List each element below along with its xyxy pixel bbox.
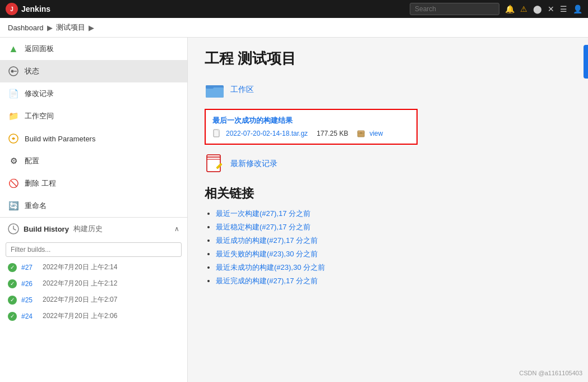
build-history-header: Build History 构建历史 ∧	[0, 217, 187, 240]
sidebar-label-build-params: Build with Parameters	[25, 135, 95, 143]
changelog-section: 最新修改记录	[205, 154, 571, 174]
main-content: 工程 测试项目 工作区 最后一次成功的构建结果 2022-07-20-02-14…	[188, 38, 588, 382]
sidebar-label-workspace: 工作空间	[25, 111, 54, 121]
sidebar-item-build-params[interactable]: Build with Parameters	[0, 127, 187, 150]
sidebar-label-delete: 删除 工程	[25, 178, 56, 188]
filter-builds-input[interactable]	[6, 242, 182, 257]
sidebar-label-rename: 重命名	[25, 201, 47, 211]
related-link-2[interactable]: 最近成功的构建(#27),17 分之前	[216, 236, 318, 245]
sidebar-label-status: 状态	[25, 66, 39, 76]
svg-rect-6	[206, 88, 224, 98]
build-params-icon	[8, 133, 19, 144]
build-num-24[interactable]: #24	[21, 312, 38, 320]
breadcrumb-sep-1: ▶	[47, 24, 53, 32]
sidebar-label-config: 配置	[25, 156, 39, 166]
related-link-4[interactable]: 最近未成功的构建(#23),30 分之前	[216, 263, 325, 271]
search-input[interactable]	[410, 3, 499, 15]
breadcrumb-project[interactable]: 测试项目	[56, 22, 85, 33]
build-item: ✓ #26 2022年7月20日 上午2:12	[0, 275, 187, 292]
delete-icon: 🚫	[8, 178, 19, 189]
sidebar-label-back: 返回面板	[25, 44, 54, 54]
user-icon[interactable]: 👤	[573, 4, 582, 13]
last-success-title[interactable]: 最后一次成功的构建结果	[212, 116, 410, 126]
build-time-25: 2022年7月20日 上午2:07	[43, 295, 117, 305]
build-history-title: Build History	[24, 225, 69, 233]
build-status-success-icon: ✓	[8, 279, 17, 288]
list-item: 最近成功的构建(#27),17 分之前	[216, 236, 571, 246]
changelog-icon: 📄	[8, 88, 19, 99]
build-status-success-icon: ✓	[8, 312, 17, 321]
logo-text: Jenkins	[21, 4, 50, 13]
svg-rect-12	[360, 132, 362, 134]
right-accent-bar	[584, 45, 588, 79]
artifact-file-link[interactable]: 2022-07-20-02-14-18.tar.gz	[226, 130, 308, 137]
build-time-26: 2022年7月20日 上午2:12	[43, 279, 117, 288]
sidebar: ▲ 返回面板 状态 📄 修改记录 📁 工作空间	[0, 38, 188, 382]
navbar: J Jenkins 🔔 ⚠ ⬤ ✕ ☰ 👤	[0, 0, 588, 18]
build-list: ✓ #27 2022年7月20日 上午2:14 ✓ #26 2022年7月20日…	[0, 259, 187, 324]
svg-point-1	[11, 70, 14, 73]
file-icon	[212, 129, 221, 138]
warning-icon[interactable]: ⚠	[520, 4, 527, 13]
logo: J Jenkins	[6, 3, 50, 15]
status-icon	[8, 66, 19, 77]
related-link-3[interactable]: 最近失败的构建(#23),30 分之前	[216, 250, 318, 258]
sidebar-item-delete[interactable]: 🚫 删除 工程	[0, 172, 187, 195]
workspace-icon: 📁	[8, 111, 19, 122]
archive-icon	[357, 130, 365, 137]
related-links-title: 相关链接	[205, 185, 571, 202]
breadcrumb: Dashboard ▶ 测试项目 ▶	[0, 18, 588, 38]
build-status-success-icon: ✓	[8, 296, 17, 305]
sidebar-item-rename[interactable]: 🔄 重命名	[0, 195, 187, 217]
list-item: 最近一次构建(#27),17 分之前	[216, 209, 571, 219]
build-time-24: 2022年7月20日 上午2:06	[43, 311, 117, 321]
list-item: 最近稳定构建(#27),17 分之前	[216, 222, 571, 232]
back-icon: ▲	[8, 43, 19, 54]
breadcrumb-dashboard[interactable]: Dashboard	[8, 24, 44, 32]
artifact-file-row: 2022-07-20-02-14-18.tar.gz 177.25 KB vie…	[212, 129, 410, 138]
main-layout: ▲ 返回面板 状态 📄 修改记录 📁 工作空间	[0, 38, 588, 382]
config-icon: ⚙	[8, 155, 19, 167]
build-item: ✓ #24 2022年7月20日 上午2:06	[0, 308, 187, 324]
menu-icon[interactable]: ☰	[560, 4, 567, 13]
close-icon[interactable]: ✕	[548, 4, 554, 13]
collapse-icon[interactable]: ∧	[174, 225, 179, 233]
circle-icon[interactable]: ⬤	[533, 4, 542, 13]
build-history-icon	[8, 223, 19, 234]
build-item: ✓ #27 2022年7月20日 上午2:14	[0, 259, 187, 275]
sidebar-item-changelog[interactable]: 📄 修改记录	[0, 82, 187, 105]
breadcrumb-sep-2: ▶	[89, 24, 94, 32]
build-num-25[interactable]: #25	[21, 296, 38, 304]
related-links-list: 最近一次构建(#27),17 分之前 最近稳定构建(#27),17 分之前 最近…	[205, 209, 571, 286]
sidebar-item-status[interactable]: 状态	[0, 60, 187, 82]
list-item: 最近完成的构建(#27),17 分之前	[216, 276, 571, 286]
changelog-link[interactable]: 最新修改记录	[230, 159, 277, 169]
watermark: CSDN @a1161105403	[519, 370, 582, 376]
related-links-section: 相关链接 最近一次构建(#27),17 分之前 最近稳定构建(#27),17 分…	[205, 185, 571, 286]
build-num-26[interactable]: #26	[21, 280, 38, 288]
workspace-section: 工作区	[205, 80, 571, 100]
artifact-size: 177.25 KB	[317, 130, 348, 137]
list-item: 最近未成功的构建(#23),30 分之前	[216, 263, 571, 273]
sidebar-item-config[interactable]: ⚙ 配置	[0, 150, 187, 172]
artifact-box: 最后一次成功的构建结果 2022-07-20-02-14-18.tar.gz 1…	[205, 109, 418, 145]
svg-rect-7	[206, 85, 214, 89]
bell-icon[interactable]: 🔔	[505, 4, 515, 13]
related-link-1[interactable]: 最近稳定构建(#27),17 分之前	[216, 223, 311, 231]
svg-rect-9	[217, 130, 219, 131]
related-link-0[interactable]: 最近一次构建(#27),17 分之前	[216, 209, 311, 218]
artifact-view-link[interactable]: view	[369, 130, 383, 137]
build-num-27[interactable]: #27	[21, 264, 38, 271]
workspace-folder-icon	[205, 80, 225, 100]
sidebar-label-changelog: 修改记录	[25, 89, 54, 99]
workspace-link[interactable]: 工作区	[230, 85, 254, 95]
list-item: 最近失败的构建(#23),30 分之前	[216, 249, 571, 259]
build-status-success-icon: ✓	[8, 263, 17, 272]
rename-icon: 🔄	[8, 200, 19, 211]
sidebar-item-workspace[interactable]: 📁 工作空间	[0, 105, 187, 127]
navbar-icons: 🔔 ⚠ ⬤ ✕ ☰ 👤	[505, 4, 582, 13]
sidebar-item-back-panel[interactable]: ▲ 返回面板	[0, 38, 187, 60]
related-link-5[interactable]: 最近完成的构建(#27),17 分之前	[216, 277, 318, 285]
note-icon	[205, 154, 225, 174]
page-title: 工程 测试项目	[205, 49, 571, 68]
